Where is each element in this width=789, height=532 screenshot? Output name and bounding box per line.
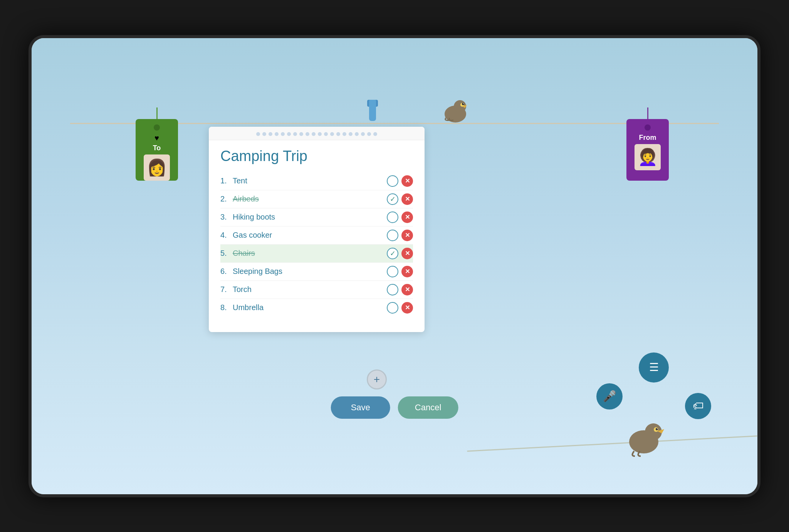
item-4-text: Gas cooker	[233, 231, 387, 240]
list-button[interactable]: ☰	[639, 352, 669, 383]
dot-8	[299, 132, 303, 136]
item-4-delete[interactable]: ✕	[401, 230, 413, 241]
item-5-check[interactable]: ✓	[387, 248, 398, 259]
item-1-delete[interactable]: ✕	[401, 175, 413, 187]
tag-to-heart-icon: ♥	[154, 134, 159, 143]
dot-6	[287, 132, 291, 136]
notepad: Camping Trip 1. Tent ✓ ✕ 2. Airbeds ✓	[209, 127, 425, 332]
item-5-text: Chairs	[233, 249, 387, 258]
mic-icon: 🎤	[603, 390, 616, 403]
list-item: 3. Hiking boots ✓ ✕	[220, 208, 413, 227]
item-2-check[interactable]: ✓	[387, 193, 398, 205]
item-6-check[interactable]: ✓	[387, 266, 398, 277]
add-item-button[interactable]: +	[367, 369, 387, 389]
item-2-controls: ✓ ✕	[387, 193, 413, 205]
list-item: 6. Sleeping Bags ✓ ✕	[220, 263, 413, 281]
dot-7	[293, 132, 297, 136]
item-1-check[interactable]: ✓	[387, 175, 398, 187]
item-7-controls: ✓ ✕	[387, 284, 413, 295]
tag-from-string	[647, 107, 648, 119]
tag-to-string	[156, 107, 158, 119]
item-2-delete[interactable]: ✕	[401, 193, 413, 205]
tag-icon: 🏷	[693, 399, 703, 412]
svg-point-9	[657, 428, 658, 429]
dot-18	[361, 132, 365, 136]
list-icon: ☰	[649, 361, 659, 374]
tag-to-label: To	[153, 144, 161, 152]
clothespin-body	[369, 100, 376, 121]
item-7-delete[interactable]: ✕	[401, 284, 413, 295]
item-8-delete[interactable]: ✕	[401, 302, 413, 314]
item-3-delete[interactable]: ✕	[401, 211, 413, 223]
svg-point-3	[462, 103, 464, 105]
item-1-number: 1.	[220, 176, 233, 185]
item-7-text: Torch	[233, 285, 387, 294]
dot-9	[306, 132, 309, 136]
dot-1	[256, 132, 260, 136]
tag-from-body: From 👩‍🦱	[626, 119, 669, 181]
item-8-text: Umbrella	[233, 303, 387, 312]
notepad-title: Camping Trip	[220, 148, 413, 164]
item-7-number: 7.	[220, 285, 233, 294]
add-icon: +	[374, 373, 380, 386]
item-6-delete[interactable]: ✕	[401, 266, 413, 277]
item-5-controls: ✓ ✕	[387, 248, 413, 259]
dot-14	[336, 132, 340, 136]
tag-to-avatar: 👩	[144, 154, 170, 181]
item-2-checkmark: ✓	[390, 195, 396, 203]
dot-13	[330, 132, 334, 136]
dot-15	[342, 132, 346, 136]
tag-from-hole	[645, 124, 651, 131]
bird-top-icon	[440, 98, 471, 125]
dot-3	[269, 132, 272, 136]
dot-17	[355, 132, 359, 136]
item-2-text: Airbeds	[233, 195, 387, 203]
tag-from: From 👩‍🦱	[626, 107, 669, 181]
dot-20	[373, 132, 377, 136]
bird-bottom-icon	[619, 416, 673, 463]
dot-10	[312, 132, 316, 136]
list-item: 8. Umbrella ✓ ✕	[220, 299, 413, 317]
save-button[interactable]: Save	[331, 396, 390, 419]
clothespin	[363, 100, 382, 127]
list-item: 7. Torch ✓ ✕	[220, 281, 413, 299]
dot-16	[349, 132, 353, 136]
cancel-button[interactable]: Cancel	[398, 396, 458, 419]
tag-button[interactable]: 🏷	[685, 393, 711, 419]
action-buttons-bar: Save Cancel	[331, 396, 458, 419]
item-1-controls: ✓ ✕	[387, 175, 413, 187]
item-3-check[interactable]: ✓	[387, 211, 398, 223]
item-4-controls: ✓ ✕	[387, 230, 413, 241]
item-3-text: Hiking boots	[233, 213, 387, 222]
svg-point-4	[463, 103, 464, 104]
tag-to-hole	[154, 124, 160, 131]
item-8-check[interactable]: ✓	[387, 302, 398, 314]
dot-19	[367, 132, 371, 136]
item-2-number: 2.	[220, 195, 233, 203]
item-5-number: 5.	[220, 249, 233, 258]
dot-12	[324, 132, 328, 136]
item-8-controls: ✓ ✕	[387, 302, 413, 314]
item-6-number: 6.	[220, 267, 233, 276]
tag-from-avatar: 👩‍🦱	[635, 144, 661, 170]
tag-to-body: ♥ To 👩	[136, 119, 178, 181]
device-frame: ♥ To 👩 From 👩‍🦱	[29, 35, 760, 497]
item-3-number: 3.	[220, 213, 233, 222]
list-item: 2. Airbeds ✓ ✕	[220, 190, 413, 208]
tag-from-label: From	[639, 134, 656, 142]
notepad-content: Camping Trip 1. Tent ✓ ✕ 2. Airbeds ✓	[209, 140, 425, 324]
list-item: 5. Chairs ✓ ✕	[220, 245, 413, 263]
item-7-check[interactable]: ✓	[387, 284, 398, 295]
item-5-delete[interactable]: ✕	[401, 248, 413, 259]
item-3-controls: ✓ ✕	[387, 211, 413, 223]
dot-5	[281, 132, 285, 136]
item-4-number: 4.	[220, 231, 233, 240]
dot-11	[318, 132, 322, 136]
item-4-check[interactable]: ✓	[387, 230, 398, 241]
mic-button[interactable]: 🎤	[596, 383, 623, 409]
item-5-checkmark: ✓	[390, 249, 396, 258]
list-item: 4. Gas cooker ✓ ✕	[220, 227, 413, 245]
notepad-dots-row	[209, 127, 425, 140]
item-6-text: Sleeping Bags	[233, 267, 387, 276]
item-8-number: 8.	[220, 303, 233, 312]
